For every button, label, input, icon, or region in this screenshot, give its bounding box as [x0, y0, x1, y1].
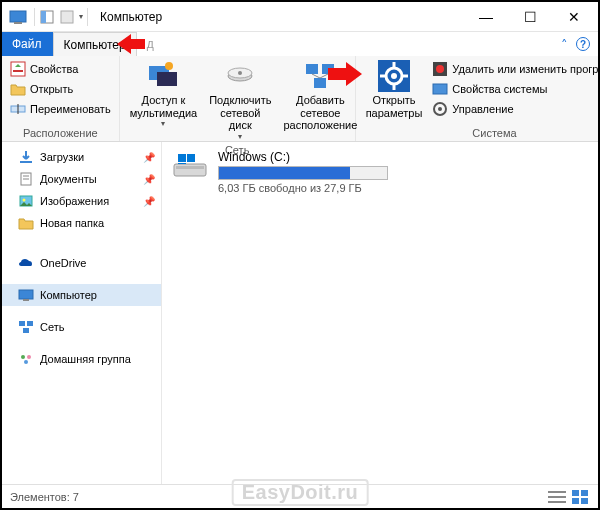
qat-dropdown-icon[interactable]: ▾: [79, 12, 83, 21]
properties-icon: [10, 61, 26, 77]
quick-access-toolbar: ▾: [39, 9, 83, 25]
tab-obscured[interactable]: д: [137, 32, 165, 56]
system-icon[interactable]: [6, 5, 30, 29]
nav-item-computer[interactable]: Компьютер: [2, 284, 161, 306]
manage-icon: [432, 101, 448, 117]
svg-rect-40: [19, 290, 33, 299]
label: Компьютер: [40, 289, 97, 301]
pin-icon: 📌: [143, 196, 155, 207]
chevron-down-icon: ▾: [161, 119, 165, 128]
uninstall-icon: [432, 61, 448, 77]
pin-icon: 📌: [143, 174, 155, 185]
manage-button[interactable]: Управление: [430, 100, 600, 118]
map-drive-button[interactable]: Подключить сетевой диск▾: [203, 58, 277, 143]
uninstall-button[interactable]: Удалить или изменить программу: [430, 60, 600, 78]
nav-item-pictures[interactable]: Изображения📌: [2, 190, 161, 212]
drive-item[interactable]: Windows (C:) 6,03 ГБ свободно из 27,9 ГБ: [172, 150, 588, 194]
svg-rect-54: [548, 496, 566, 498]
svg-rect-59: [581, 498, 588, 504]
label: Свойства системы: [452, 83, 547, 95]
nav-item-downloads[interactable]: Загрузки📌: [2, 146, 161, 168]
svg-rect-3: [41, 11, 46, 23]
close-button[interactable]: ✕: [552, 3, 596, 31]
ribbon-group-network: Доступ к мультимедиа▾ Подключить сетевой…: [120, 56, 356, 141]
svg-rect-42: [19, 321, 25, 326]
maximize-button[interactable]: ☐: [508, 3, 552, 31]
svg-rect-41: [23, 299, 29, 301]
status-elements-count: Элементов: 7: [10, 491, 79, 503]
nav-item-onedrive[interactable]: OneDrive: [2, 252, 161, 274]
properties-button[interactable]: Свойства: [8, 60, 113, 78]
content-pane: Windows (C:) 6,03 ГБ свободно из 27,9 ГБ: [162, 142, 598, 484]
svg-rect-7: [13, 70, 23, 72]
window-controls: — ☐ ✕: [464, 3, 596, 31]
documents-icon: [18, 171, 34, 187]
label: Изображения: [40, 195, 109, 207]
sys-props-icon: [432, 81, 448, 97]
svg-rect-55: [548, 501, 566, 503]
view-details-icon[interactable]: [548, 490, 566, 504]
svg-point-32: [438, 107, 442, 111]
svg-rect-53: [548, 491, 566, 493]
svg-rect-0: [10, 11, 26, 22]
media-access-button[interactable]: Доступ к мультимедиа▾: [124, 58, 204, 130]
svg-marker-33: [328, 62, 362, 86]
ribbon-group-system: Открыть параметры Удалить или изменить п…: [356, 56, 600, 141]
svg-rect-58: [572, 498, 579, 504]
svg-rect-48: [174, 164, 206, 176]
svg-point-39: [23, 199, 26, 202]
separator: [34, 8, 35, 26]
titlebar: ▾ Компьютер — ☐ ✕: [2, 2, 598, 32]
nav-item-new-folder[interactable]: Новая папка: [2, 212, 161, 234]
svg-rect-30: [433, 84, 447, 94]
label: Переименовать: [30, 103, 111, 115]
nav-item-homegroup[interactable]: Домашняя группа: [2, 348, 161, 370]
workspace: Загрузки📌 Документы📌 Изображения📌 Новая …: [2, 142, 598, 484]
svg-rect-49: [176, 166, 204, 169]
qat-item-icon[interactable]: [59, 9, 75, 25]
window-title: Компьютер: [100, 10, 162, 24]
label: Удалить или изменить программу: [452, 63, 600, 75]
open-button[interactable]: Открыть: [8, 80, 113, 98]
nav-item-network[interactable]: Сеть: [2, 316, 161, 338]
svg-rect-57: [581, 490, 588, 496]
homegroup-icon: [18, 351, 34, 367]
ribbon-collapse-icon[interactable]: ˄: [561, 37, 568, 52]
minimize-button[interactable]: —: [464, 3, 508, 31]
chevron-down-icon: ▾: [238, 132, 242, 141]
help-icon[interactable]: ?: [576, 37, 590, 51]
network-icon: [18, 319, 34, 335]
tab-file[interactable]: Файл: [2, 32, 53, 56]
view-tiles-icon[interactable]: [572, 490, 590, 504]
qat-item-icon[interactable]: [39, 9, 55, 25]
svg-point-15: [238, 71, 242, 75]
svg-rect-56: [572, 490, 579, 496]
drive-icon: [172, 150, 208, 186]
nav-item-documents[interactable]: Документы📌: [2, 168, 161, 190]
open-icon: [10, 81, 26, 97]
drive-usage-fill: [219, 167, 350, 179]
drive-free-text: 6,03 ГБ свободно из 27,9 ГБ: [218, 182, 388, 194]
svg-rect-11: [157, 72, 177, 86]
svg-point-46: [27, 355, 31, 359]
svg-rect-34: [20, 161, 32, 163]
label: Доступ к мультимедиа: [130, 94, 198, 119]
downloads-icon: [18, 149, 34, 165]
navigation-pane: Загрузки📌 Документы📌 Изображения📌 Новая …: [2, 142, 162, 484]
group-label: Расположение: [6, 126, 115, 140]
ribbon-tabs: Файл Компьютер д ˄ ?: [2, 32, 598, 56]
onedrive-icon: [18, 255, 34, 271]
settings-gear-icon: [378, 60, 410, 92]
svg-point-47: [24, 360, 28, 364]
drive-icon: [224, 60, 256, 92]
ribbon-group-location: Свойства Открыть Переименовать Расположе…: [2, 56, 120, 141]
open-settings-button[interactable]: Открыть параметры: [360, 58, 429, 121]
ribbon: Свойства Открыть Переименовать Расположе…: [2, 56, 598, 142]
rename-button[interactable]: Переименовать: [8, 100, 113, 118]
svg-rect-4: [61, 11, 73, 23]
status-bar: Элементов: 7: [2, 484, 598, 508]
svg-rect-43: [27, 321, 33, 326]
label: Открыть: [30, 83, 73, 95]
sys-props-button[interactable]: Свойства системы: [430, 80, 600, 98]
svg-point-12: [165, 62, 173, 70]
